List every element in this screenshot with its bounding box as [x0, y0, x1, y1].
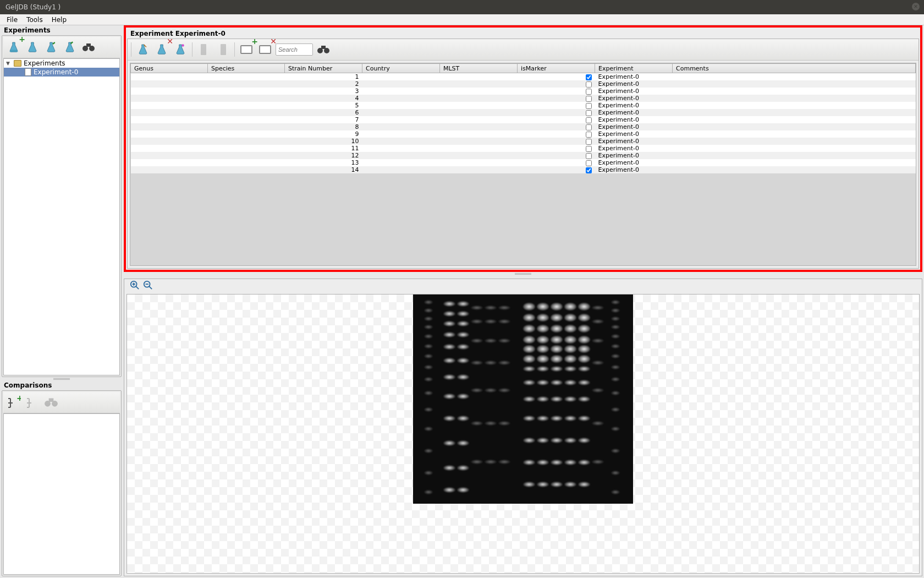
ismarker-checkbox[interactable] — [586, 96, 592, 102]
search-button[interactable] — [315, 41, 332, 58]
lane-properties-button[interactable] — [172, 41, 189, 58]
search-input[interactable] — [276, 43, 313, 56]
ismarker-checkbox[interactable] — [586, 117, 592, 123]
experiment-panel: Experiment Experiment-0 ✕ — [124, 25, 922, 272]
svg-rect-2 — [86, 43, 91, 47]
table-row[interactable]: 10Experiment-0 — [131, 138, 916, 145]
ismarker-checkbox[interactable] — [586, 74, 592, 80]
gel-toolbar — [124, 279, 922, 293]
export-experiment-button[interactable] — [62, 39, 78, 56]
ismarker-checkbox[interactable] — [586, 146, 592, 152]
expand-icon[interactable]: ▼ — [6, 61, 12, 66]
ismarker-checkbox[interactable] — [586, 139, 592, 145]
column-header[interactable]: isMarker — [518, 64, 595, 73]
document-icon — [25, 68, 31, 76]
remove-column-button[interactable]: ✕ — [257, 41, 273, 58]
svg-line-18 — [149, 286, 152, 289]
column-header[interactable]: Experiment — [595, 64, 673, 73]
column-left-button — [196, 41, 212, 58]
table-row[interactable]: 9Experiment-0 — [131, 130, 916, 138]
column-icon — [200, 43, 208, 56]
comparisons-toolbar: + — [3, 392, 120, 413]
svg-line-14 — [136, 286, 139, 289]
experiments-tree[interactable]: ▼ Experiments Experiment-0 — [3, 58, 120, 375]
experiment-toolbar: ✕ — [128, 39, 919, 61]
flask-add-icon — [9, 41, 19, 53]
column-header[interactable]: Comments — [673, 64, 916, 73]
window-title: GelJDB (Study1 ) — [6, 3, 61, 11]
delete-lane-button[interactable]: ✕ — [153, 41, 170, 58]
table-row[interactable]: 5Experiment-0 — [131, 102, 916, 109]
rect-icon — [259, 45, 271, 54]
ismarker-checkbox[interactable] — [586, 132, 592, 138]
tree-root-experiments[interactable]: ▼ Experiments — [4, 59, 119, 68]
ismarker-checkbox[interactable] — [586, 81, 592, 88]
gel-viewport[interactable] — [127, 294, 920, 574]
menu-help[interactable]: Help — [48, 15, 70, 25]
experiments-panel-title: Experiments — [2, 25, 122, 35]
table-row[interactable]: 13Experiment-0 — [131, 159, 916, 166]
right-splitter[interactable] — [124, 272, 922, 275]
menu-tools[interactable]: Tools — [23, 15, 46, 25]
table-row[interactable]: 7Experiment-0 — [131, 116, 916, 123]
zoom-out-button[interactable] — [143, 280, 153, 292]
remove-comparison-button — [24, 394, 41, 411]
add-experiment-button[interactable]: + — [6, 39, 22, 56]
table-row[interactable]: 4Experiment-0 — [131, 95, 916, 102]
window-close-button[interactable]: ✕ — [912, 3, 920, 10]
comparisons-panel-title: Comparisons — [2, 380, 122, 390]
add-comparison-button[interactable]: + — [6, 394, 22, 411]
svg-rect-12 — [321, 46, 326, 49]
ismarker-checkbox[interactable] — [586, 124, 592, 130]
zoom-out-icon — [143, 280, 153, 290]
menu-file[interactable]: File — [3, 15, 21, 25]
svg-text:+: + — [16, 395, 21, 402]
table-row[interactable]: 3Experiment-0 — [131, 88, 916, 95]
clone-experiment-button[interactable] — [24, 39, 41, 56]
column-header[interactable]: Species — [208, 64, 285, 73]
svg-point-7 — [182, 44, 184, 47]
column-header[interactable]: Strain Number — [285, 64, 362, 73]
svg-rect-8 — [201, 44, 206, 55]
tree-add-icon: + — [7, 395, 21, 410]
flask-delete-icon — [157, 43, 167, 56]
table-row[interactable]: 14Experiment-0 — [131, 166, 916, 173]
tree-item-experiment-0[interactable]: Experiment-0 — [4, 68, 119, 77]
table-row[interactable]: 6Experiment-0 — [131, 109, 916, 116]
lanes-table[interactable]: GenusSpeciesStrain NumberCountryMLSTisMa… — [130, 63, 916, 266]
add-column-button[interactable]: + — [238, 41, 255, 58]
svg-rect-9 — [221, 44, 226, 55]
binoculars-icon — [44, 395, 58, 411]
column-header[interactable]: Genus — [131, 64, 208, 73]
table-row[interactable]: 1Experiment-0 — [131, 73, 916, 81]
column-right-button — [215, 41, 231, 58]
x-icon: ✕ — [270, 37, 277, 46]
table-row[interactable]: 2Experiment-0 — [131, 80, 916, 88]
column-header[interactable]: MLST — [440, 64, 518, 73]
ismarker-checkbox[interactable] — [586, 89, 592, 95]
window-titlebar: GelJDB (Study1 ) ✕ — [0, 0, 924, 14]
table-row[interactable]: 8Experiment-0 — [131, 123, 916, 130]
experiment-panel-title: Experiment Experiment-0 — [127, 29, 919, 39]
flask-icon — [28, 41, 37, 53]
tree-root-label: Experiments — [24, 59, 65, 67]
table-row[interactable]: 11Experiment-0 — [131, 145, 916, 152]
flask-import-icon — [46, 41, 56, 53]
import-experiment-button[interactable] — [43, 39, 59, 56]
ismarker-checkbox[interactable] — [586, 153, 592, 159]
folder-icon — [14, 60, 21, 67]
ismarker-checkbox[interactable] — [586, 160, 592, 166]
comparisons-list[interactable] — [3, 413, 120, 575]
zoom-in-button[interactable] — [130, 280, 140, 292]
tree-item-label: Experiment-0 — [34, 68, 78, 76]
ismarker-checkbox[interactable] — [586, 167, 592, 173]
binoculars-icon — [82, 41, 95, 54]
find-experiment-button[interactable] — [80, 39, 97, 56]
edit-lane-button[interactable] — [135, 41, 151, 58]
zoom-in-icon — [130, 280, 140, 290]
column-header[interactable]: Country — [362, 64, 440, 73]
ismarker-checkbox[interactable] — [586, 103, 592, 109]
table-row[interactable]: 12Experiment-0 — [131, 152, 916, 159]
find-comparison-button — [43, 394, 59, 411]
ismarker-checkbox[interactable] — [586, 110, 592, 116]
